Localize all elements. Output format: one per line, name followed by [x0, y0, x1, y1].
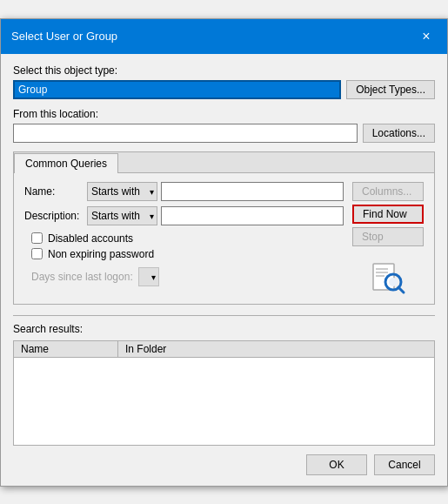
description-value-input[interactable]	[161, 206, 344, 225]
name-label: Name:	[24, 185, 87, 198]
object-types-button[interactable]: Object Types...	[346, 80, 435, 99]
results-name-col-header: Name	[14, 341, 118, 357]
query-area: Name: Starts with Description:	[24, 182, 424, 295]
description-label: Description:	[24, 210, 87, 222]
right-buttons-panel: Columns... Find Now Stop	[352, 182, 424, 295]
dialog-body: Select this object type: Object Types...…	[1, 54, 447, 486]
results-body	[14, 358, 434, 445]
checkboxes-area: Disabled accounts Non expiring password	[24, 232, 344, 260]
dialog-title: Select User or Group	[11, 30, 117, 43]
disabled-accounts-row: Disabled accounts	[31, 232, 344, 245]
svg-rect-3	[376, 275, 384, 277]
desc-starts-with-wrapper: Starts with	[87, 206, 157, 225]
days-row: Days since last logon:	[24, 267, 344, 286]
description-row: Description: Starts with	[24, 206, 344, 225]
svg-rect-2	[376, 272, 388, 273]
name-starts-with-wrapper: Starts with	[87, 182, 157, 201]
days-select-wrapper	[138, 267, 159, 286]
svg-line-6	[398, 287, 404, 292]
object-type-row: Object Types...	[13, 80, 435, 99]
non-expiring-password-checkbox[interactable]	[31, 248, 43, 259]
disabled-accounts-label: Disabled accounts	[48, 232, 133, 245]
disabled-accounts-checkbox[interactable]	[31, 232, 43, 244]
close-button[interactable]: ×	[416, 26, 437, 47]
non-expiring-password-row: Non expiring password	[31, 248, 344, 260]
query-panel: Common Queries Name: Starts with	[13, 151, 435, 305]
divider	[13, 315, 435, 316]
location-label: From this location:	[13, 108, 435, 120]
days-since-logon-label: Days since last logon:	[31, 271, 133, 283]
find-now-button[interactable]: Find Now	[352, 205, 424, 224]
days-select[interactable]	[138, 267, 159, 286]
ok-button[interactable]: OK	[306, 454, 367, 475]
columns-button[interactable]: Columns...	[352, 182, 424, 201]
object-type-input[interactable]	[13, 80, 341, 99]
panel-tabs: Common Queries	[14, 152, 434, 173]
results-header: Name In Folder	[14, 341, 434, 358]
select-user-group-dialog: Select User or Group × Select this objec…	[0, 18, 448, 487]
object-type-label: Select this object type:	[13, 64, 435, 77]
tab-common-queries[interactable]: Common Queries	[14, 153, 118, 173]
non-expiring-password-label: Non expiring password	[48, 248, 154, 260]
cancel-button[interactable]: Cancel	[374, 454, 435, 475]
location-input[interactable]	[13, 124, 358, 143]
locations-button[interactable]: Locations...	[363, 124, 435, 143]
search-results-label: Search results:	[13, 323, 435, 335]
name-row: Name: Starts with	[24, 182, 344, 201]
description-operator-select[interactable]: Starts with	[87, 206, 157, 225]
location-row: Locations...	[13, 124, 435, 143]
svg-rect-1	[376, 268, 388, 270]
search-document-icon	[370, 259, 406, 295]
title-bar: Select User or Group ×	[1, 19, 447, 54]
panel-content: Name: Starts with Description:	[14, 173, 434, 304]
bottom-buttons: OK Cancel	[13, 454, 435, 475]
search-icon-area	[352, 259, 424, 295]
svg-point-5	[389, 278, 398, 286]
name-operator-select[interactable]: Starts with	[87, 182, 157, 201]
results-folder-col-header: In Folder	[118, 341, 223, 357]
query-left: Name: Starts with Description:	[24, 182, 344, 286]
stop-button[interactable]: Stop	[352, 227, 424, 246]
name-value-input[interactable]	[161, 182, 344, 201]
results-area: Name In Folder	[13, 340, 435, 446]
